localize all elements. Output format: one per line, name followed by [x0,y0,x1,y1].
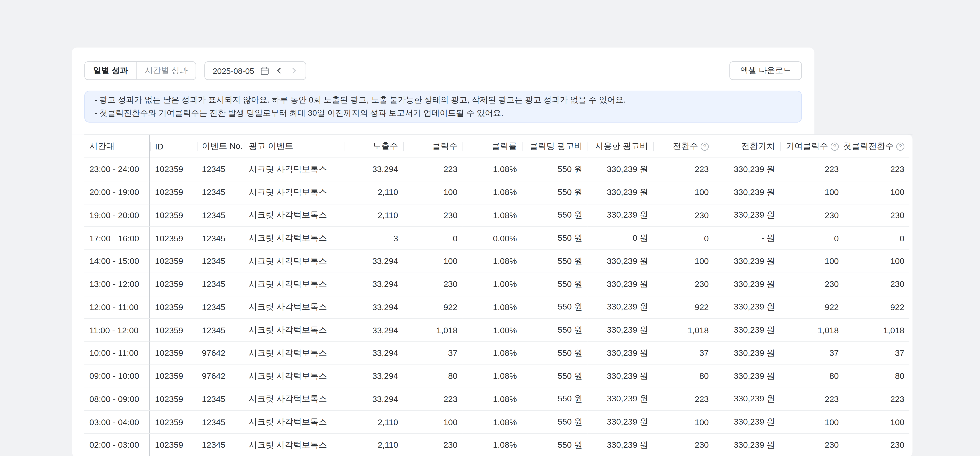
date-value: 2025-08-05 [213,66,254,75]
column-header-label: 시간대 [89,140,115,152]
table-cell: 시크릿 사각턱보톡스 [244,411,344,434]
table-cell: 시크릿 사각턱보톡스 [244,342,344,365]
table-cell: 03:00 - 04:00 [84,411,150,434]
table-row: 12:00 - 11:0010235912345시크릿 사각턱보톡스33,294… [84,296,912,319]
column-header: 전환가치 [714,135,780,158]
table-cell: 922 [403,296,462,319]
table-cell: 12345 [197,434,244,456]
excel-download-button[interactable]: 엑셀 다운로드 [730,61,802,80]
table-cell: 3 [344,227,403,250]
table-cell: 02:00 - 03:00 [84,434,150,456]
table-row: 09:00 - 10:0010235997642시크릿 사각턱보톡스33,294… [84,365,912,388]
table-cell: 102359 [150,434,197,456]
tab-daily-performance[interactable]: 일별 성과 [85,62,136,79]
table-cell: 550 원 [522,181,587,204]
table-cell: 0.00% [463,227,522,250]
table-cell: 330,239 원 [587,250,653,273]
column-header-label: 전환수 [673,140,698,152]
column-header-label: 클릭당 광고비 [530,140,582,152]
table-cell: 102359 [150,227,197,250]
table-row: 10:00 - 11:0010235997642시크릿 사각턱보톡스33,294… [84,342,912,365]
table-cell: 12345 [197,388,244,411]
table-cell: 922 [780,296,844,319]
toolbar: 일별 성과 시간별 성과 2025-08-05 [84,61,802,80]
table-cell: 330,239 원 [714,342,780,365]
table-cell: 550 원 [522,342,587,365]
table-cell: 2,110 [344,204,403,227]
table-cell: 330,239 원 [714,319,780,342]
table-cell: 11:00 - 12:00 [84,319,150,342]
table-cell: 223 [403,158,462,181]
table-cell: 223 [653,158,714,181]
calendar-icon[interactable] [260,66,269,75]
column-header: 기여클릭수? [780,135,844,158]
table-cell: 1.00% [463,273,522,296]
notice-banner: - 광고 성과가 없는 날은 성과가 표시되지 않아요. 하루 동안 0회 노출… [84,91,802,123]
column-header: 전환수? [653,135,714,158]
column-header-label: 기여클릭수 [786,140,828,152]
view-tabs: 일별 성과 시간별 성과 [84,61,197,80]
table-cell: 1.08% [463,388,522,411]
previous-day-button chevron-left-icon[interactable] [275,66,284,75]
table-cell: 330,239 원 [587,296,653,319]
table-row: 11:00 - 12:0010235912345시크릿 사각턱보톡스33,294… [84,319,912,342]
table-cell: 시크릿 사각턱보톡스 [244,365,344,388]
help-icon[interactable]: ? [830,142,838,150]
table-row: 08:00 - 09:0010235912345시크릿 사각턱보톡스33,294… [84,388,912,411]
table-cell: 550 원 [522,158,587,181]
table-cell: 시크릿 사각턱보톡스 [244,158,344,181]
column-header-label: ID [155,142,164,151]
table-cell: 330,239 원 [714,388,780,411]
table-cell: 20:00 - 19:00 [84,181,150,204]
table-cell: 100 [653,411,714,434]
table-cell: - 원 [714,227,780,250]
table-cell: 100 [844,181,909,204]
table-cell: 23:00 - 24:00 [84,158,150,181]
table-cell: 330,239 원 [714,204,780,227]
table-cell: 330,239 원 [714,296,780,319]
table-cell: 100 [780,411,844,434]
table-cell: 922 [844,296,909,319]
column-header-label: 클릭수 [432,140,458,152]
table-cell: 100 [403,250,462,273]
table-cell: 230 [653,273,714,296]
table-cell: 시크릿 사각턱보톡스 [244,296,344,319]
table-cell: 330,239 원 [587,204,653,227]
help-icon[interactable]: ? [896,142,904,150]
table-cell: 550 원 [522,204,587,227]
table-cell: 17:00 - 16:00 [84,227,150,250]
table-cell: 12345 [197,181,244,204]
help-icon[interactable]: ? [701,142,709,150]
table-cell: 시크릿 사각턱보톡스 [244,227,344,250]
table-cell: 102359 [150,296,197,319]
column-header: 노출수 [344,135,403,158]
table-cell: 시크릿 사각턱보톡스 [244,273,344,296]
table-row: 14:00 - 15:0010235912345시크릿 사각턱보톡스33,294… [84,250,912,273]
table-cell: 330,239 원 [714,158,780,181]
table-cell: 1.08% [463,434,522,456]
table-cell: 223 [844,388,909,411]
date-picker[interactable]: 2025-08-05 [205,61,306,80]
table-cell: 102359 [150,319,197,342]
table-cell: 1.08% [463,181,522,204]
table-cell: 1.08% [463,158,522,181]
table-cell: 550 원 [522,365,587,388]
table-cell: 102359 [150,342,197,365]
table-cell: 1,018 [844,319,909,342]
table-cell: 12345 [197,296,244,319]
table-cell: 550 원 [522,250,587,273]
table-cell: 1.08% [463,365,522,388]
column-header-label: 첫클릭전환수 [844,140,894,152]
column-header: 클릭당 광고비 [522,135,587,158]
table-cell: 33,294 [344,158,403,181]
table-cell: 330,239 원 [714,250,780,273]
tab-hourly-performance[interactable]: 시간별 성과 [136,62,196,79]
table-cell: 37 [403,342,462,365]
table-cell: 330,239 원 [587,342,653,365]
table-header-row: 시간대ID이벤트 No.광고 이벤트노출수클릭수클릭률클릭당 광고비사용한 광고… [84,134,912,158]
table-cell: 100 [653,181,714,204]
next-day-button chevron-right-icon[interactable] [289,66,298,75]
table-cell: 시크릿 사각턱보톡스 [244,181,344,204]
table-cell: 230 [780,204,844,227]
table-cell: 330,239 원 [587,411,653,434]
